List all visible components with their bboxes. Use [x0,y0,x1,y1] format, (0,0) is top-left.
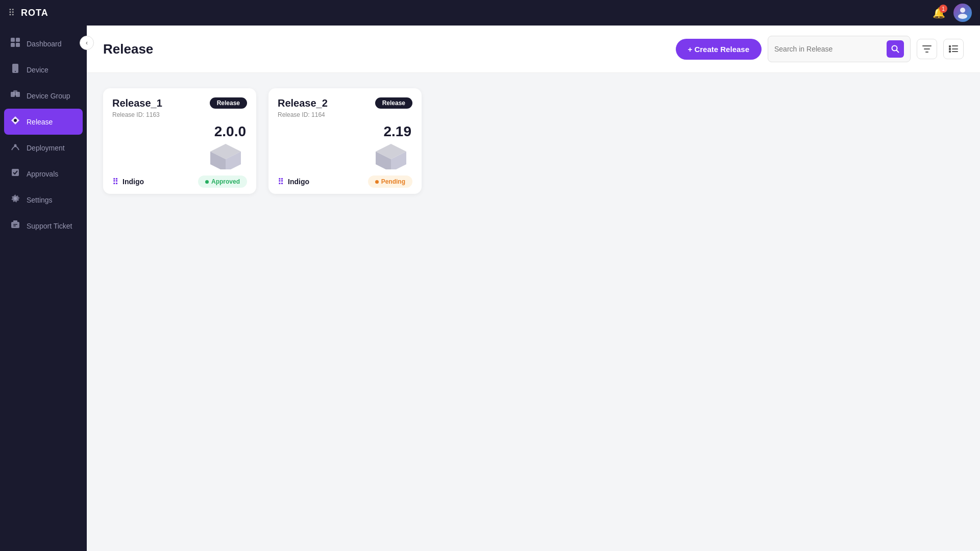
deployment-icon [10,141,20,154]
sidebar-item-settings[interactable]: Settings [0,187,87,213]
search-input[interactable] [774,45,883,53]
list-view-button[interactable] [943,39,964,59]
approvals-icon [10,167,20,180]
svg-rect-22 [925,52,928,53]
svg-rect-25 [949,48,951,50]
sidebar-label-approvals: Approvals [27,170,58,178]
sidebar-label-device-group: Device Group [27,92,70,100]
card-visual-1: 2.0.0 [108,118,251,169]
card-info-1: Release_1 Release ID: 1163 [112,97,162,118]
vendor-dots-icon-2: ⠿ [278,177,284,187]
search-box [768,36,911,62]
card-top-2: Release_2 Release ID: 1164 Release [268,88,422,118]
card-info-2: Release_2 Release ID: 1164 [278,97,328,118]
svg-point-12 [14,144,17,147]
sidebar-item-dashboard[interactable]: Dashboard [0,31,87,57]
page-title: Release [103,41,153,57]
svg-rect-5 [16,43,20,47]
avatar[interactable] [953,4,972,22]
topbar-left: ⠿ ROTA [8,7,48,18]
app-logo: ROTA [21,8,48,18]
topbar: ⠿ ROTA 🔔 1 [0,0,980,26]
sidebar-item-approvals[interactable]: Approvals [0,161,87,187]
releases-grid: Release_1 Release ID: 1163 Release 2.0.0 [103,88,964,194]
vendor-name-2: Indigo [288,178,309,186]
release-card-2[interactable]: Release_2 Release ID: 1164 Release 2.19 [268,88,422,194]
sidebar: ‹ Dashboard Device [0,26,87,551]
sidebar-item-device[interactable]: Device [0,57,87,83]
sidebar-item-device-group[interactable]: Device Group [0,83,87,109]
svg-rect-13 [12,169,19,176]
svg-rect-3 [16,38,20,42]
svg-line-19 [897,51,899,53]
support-ticket-icon [10,219,20,232]
sidebar-label-settings: Settings [27,196,53,204]
svg-rect-20 [922,45,932,46]
svg-rect-27 [949,51,951,53]
sidebar-label-support-ticket: Support Ticket [27,222,72,230]
filter-button[interactable] [917,39,937,59]
svg-rect-24 [952,45,958,46]
notification-badge: 1 [939,5,947,13]
svg-rect-15 [11,222,19,228]
svg-rect-23 [949,45,951,47]
card-version-1: 2.0.0 [214,123,246,140]
card-bottom-2: ⠿ Indigo Pending [268,169,422,194]
svg-rect-10 [13,90,17,95]
svg-rect-4 [11,43,15,47]
avatar-initials [955,5,970,21]
notification-button[interactable]: 🔔 1 [933,7,945,19]
card-bottom-1: ⠿ Indigo Approved [103,169,256,194]
card-version-2: 2.19 [384,123,412,140]
svg-point-11 [14,119,17,122]
sidebar-item-deployment[interactable]: Deployment [0,135,87,161]
card-release-id-1: Release ID: 1163 [112,111,162,118]
vendor-dots-icon-1: ⠿ [112,177,118,187]
svg-rect-17 [13,226,16,227]
card-top-1: Release_1 Release ID: 1163 Release [103,88,256,118]
release-icon [10,115,20,128]
status-badge-pending-2: Pending [368,176,412,188]
page-header: Release + Create Release [87,26,980,73]
sidebar-label-release: Release [27,118,53,126]
settings-icon [10,193,20,206]
apps-icon[interactable]: ⠿ [8,7,15,18]
topbar-right: 🔔 1 [933,4,972,22]
card-badge-1: Release [210,97,247,109]
card-release-id-2: Release ID: 1164 [278,111,328,118]
main-layout: ‹ Dashboard Device [0,26,980,551]
sidebar-collapse-button[interactable]: ‹ [80,36,94,50]
create-release-button[interactable]: + Create Release [676,39,762,60]
card-title-1: Release_1 [112,97,162,109]
svg-rect-28 [952,51,958,52]
vendor-name-1: Indigo [122,178,144,186]
dashboard-icon [10,37,20,50]
svg-rect-16 [13,224,17,225]
sidebar-label-dashboard: Dashboard [27,40,62,48]
content-area: Release + Create Release [87,26,980,551]
status-dot-1 [205,180,209,184]
search-button[interactable] [887,40,904,58]
svg-rect-21 [924,48,930,49]
card-vendor-1: ⠿ Indigo [112,177,144,187]
sidebar-item-support-ticket[interactable]: Support Ticket [0,213,87,239]
sidebar-label-deployment: Deployment [27,144,65,152]
svg-point-1 [958,14,967,19]
page-content: Release_1 Release ID: 1163 Release 2.0.0 [87,73,980,551]
card-badge-2: Release [375,97,412,109]
svg-point-0 [960,8,965,13]
sidebar-label-device: Device [27,66,48,74]
status-dot-2 [375,180,379,184]
device-group-icon [10,89,20,102]
status-badge-approved-1: Approved [198,176,247,188]
svg-rect-26 [952,48,958,49]
sidebar-item-release[interactable]: Release [4,109,83,135]
svg-rect-2 [11,38,15,42]
status-label-2: Pending [381,178,405,185]
release-card-1[interactable]: Release_1 Release ID: 1163 Release 2.0.0 [103,88,256,194]
svg-point-7 [15,71,16,72]
card-visual-2: 2.19 [274,118,416,169]
header-actions: + Create Release [676,36,964,62]
device-icon [10,63,20,76]
status-label-1: Approved [211,178,240,185]
